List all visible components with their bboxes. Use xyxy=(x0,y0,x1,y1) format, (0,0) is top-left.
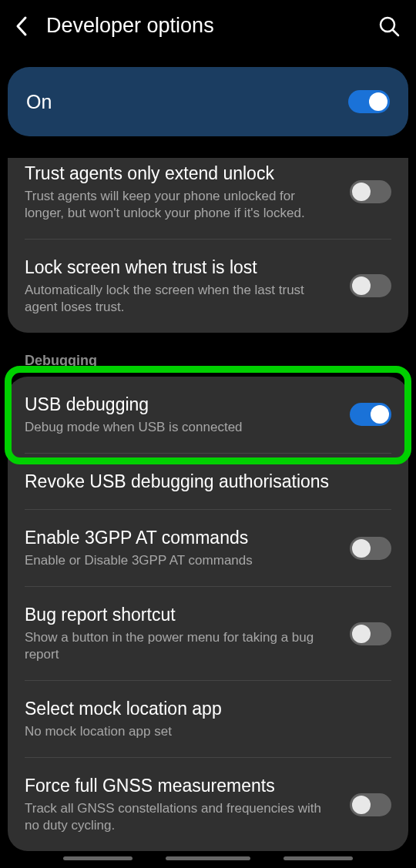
master-toggle-row[interactable]: On xyxy=(8,67,408,136)
row-title: Enable 3GPP AT commands xyxy=(25,527,337,549)
row-select-mock-location[interactable]: Select mock location app No mock locatio… xyxy=(25,681,391,758)
row-bug-report-shortcut[interactable]: Bug report shortcut Show a button in the… xyxy=(25,587,391,681)
system-nav-bar xyxy=(0,853,416,868)
page-title: Developer options xyxy=(46,14,377,38)
row-title: Trust agents only extend unlock xyxy=(25,163,337,185)
row-title: Lock screen when trust is lost xyxy=(25,256,337,279)
row-sub: Track all GNSS constellations and freque… xyxy=(25,800,337,834)
app-header: Developer options xyxy=(0,0,416,52)
row-enable-3gpp[interactable]: Enable 3GPP AT commands Enable or Disabl… xyxy=(25,510,391,587)
master-toggle-label: On xyxy=(26,91,348,113)
search-icon[interactable] xyxy=(377,15,401,38)
toggle-bug-report-shortcut[interactable] xyxy=(350,622,391,645)
master-toggle-switch[interactable] xyxy=(348,90,390,113)
row-title: Revoke USB debugging authorisations xyxy=(25,471,379,493)
row-sub: Debug mode when USB is connected xyxy=(25,419,337,436)
settings-card-trust: Trust agents only extend unlock Trust ag… xyxy=(8,158,408,333)
row-sub: No mock location app set xyxy=(25,723,379,740)
row-sub: Enable or Disable 3GPP AT commands xyxy=(25,552,337,569)
toggle-lock-screen-trust-lost[interactable] xyxy=(350,274,391,297)
row-title: Bug report shortcut xyxy=(25,604,337,626)
nav-recents[interactable] xyxy=(63,856,133,860)
back-icon[interactable] xyxy=(11,15,32,37)
toggle-enable-3gpp[interactable] xyxy=(350,537,391,560)
row-sub: Automatically lock the screen when the l… xyxy=(25,282,337,316)
row-title: USB debugging xyxy=(25,394,337,416)
row-trust-agents-extend[interactable]: Trust agents only extend unlock Trust ag… xyxy=(25,158,391,240)
nav-home[interactable] xyxy=(166,856,250,860)
row-usb-debugging[interactable]: USB debugging Debug mode when USB is con… xyxy=(25,377,391,454)
row-lock-screen-trust-lost[interactable]: Lock screen when trust is lost Automatic… xyxy=(25,240,391,333)
row-force-full-gnss[interactable]: Force full GNSS measurements Track all G… xyxy=(25,758,391,851)
row-revoke-usb-auth[interactable]: Revoke USB debugging authorisations xyxy=(25,454,391,511)
toggle-usb-debugging[interactable] xyxy=(350,403,391,426)
toggle-trust-agents-extend[interactable] xyxy=(350,180,391,203)
nav-back[interactable] xyxy=(283,856,353,860)
toggle-force-full-gnss[interactable] xyxy=(350,793,391,816)
row-sub: Show a button in the power menu for taki… xyxy=(25,629,337,663)
row-title: Select mock location app xyxy=(25,698,379,720)
row-sub: Trust agents will keep your phone unlock… xyxy=(25,188,337,222)
row-title: Force full GNSS measurements xyxy=(25,775,337,797)
svg-line-1 xyxy=(393,30,398,35)
settings-card-debugging: USB debugging Debug mode when USB is con… xyxy=(8,377,408,851)
section-header-debugging: Debugging xyxy=(0,333,416,369)
